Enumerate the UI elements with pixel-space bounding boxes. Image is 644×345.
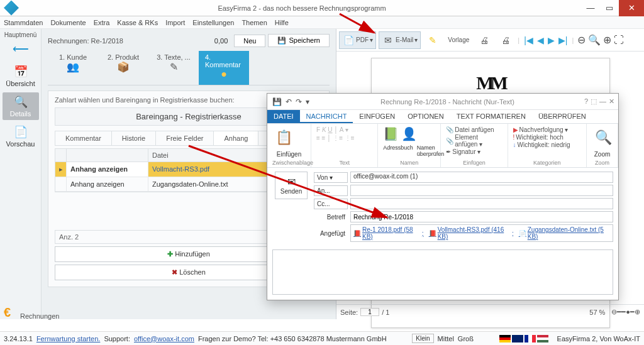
- footer-right: EasyFirma 2, Von WoAx-IT: [557, 335, 640, 342]
- page-total: / 1: [382, 309, 389, 316]
- pdf-button[interactable]: 📄PDF▾: [339, 31, 376, 49]
- rechnungen-label[interactable]: Rechnungen: [20, 312, 59, 320]
- to-field[interactable]: [350, 185, 613, 196]
- attachments-field: 📕 Re-1 2018.pdf (58 KB); 📕 Vollmacht-RS3…: [350, 224, 613, 242]
- cc-field[interactable]: [350, 198, 613, 209]
- importance-high[interactable]: ! Wichtigkeit: hoch: [513, 134, 564, 141]
- sidebar-back[interactable]: ⟵: [3, 40, 39, 60]
- help-icon[interactable]: ?: [584, 97, 588, 106]
- flag-de-icon[interactable]: [499, 335, 511, 342]
- tab-textformat[interactable]: TEXT FORMATIEREN: [450, 110, 532, 123]
- tab-nachricht[interactable]: NACHRICHT: [300, 110, 353, 123]
- doc-heading: Rechnungen: Re-1/2018: [48, 37, 194, 45]
- attachment[interactable]: 📕 Vollmacht-RS3.pdf (416 KB);: [429, 226, 514, 240]
- step-texte[interactable]: 3. Texte, ...✎: [148, 51, 199, 85]
- euro-icon[interactable]: €: [4, 305, 11, 320]
- doc-amount: 0,00: [194, 37, 231, 45]
- vorlage-button[interactable]: Vorlage: [445, 34, 472, 46]
- subtab-kommentar[interactable]: Kommentar: [55, 131, 112, 145]
- app-icon: [4, 1, 19, 16]
- size-mittel[interactable]: Mittel: [438, 335, 454, 342]
- ribbon-toggle-icon[interactable]: ⬚: [591, 97, 597, 106]
- version: 3.24.13.1: [4, 335, 33, 342]
- subtab-historie[interactable]: Historie: [112, 131, 156, 145]
- from-label[interactable]: Von ▾: [314, 172, 348, 183]
- menu-dokumente[interactable]: Dokumente: [50, 19, 86, 26]
- signature-button[interactable]: ✒ Signatur ▾: [446, 148, 480, 155]
- zoom-controls[interactable]: ⊖🔍⊕⛶: [576, 34, 625, 46]
- support-email[interactable]: office@woax-it.com: [134, 335, 194, 342]
- sidebar: Hauptmenü ⟵ 📅Übersicht 🔍Details 📄Vorscha…: [0, 29, 42, 319]
- menu-bar: Stammdaten Dokumente Extra Kasse & RKs I…: [0, 16, 644, 29]
- status-bar: 3.24.13.1 Fernwartung starten. Support: …: [0, 331, 644, 345]
- email-button[interactable]: ✉E-Mail▾: [379, 31, 421, 49]
- flag-uk-icon[interactable]: [512, 335, 523, 342]
- attach-item-button[interactable]: 📎 Element anfügen ▾: [446, 134, 502, 148]
- minimize-button[interactable]: —: [581, 0, 600, 16]
- compose-min-icon[interactable]: —: [599, 97, 606, 106]
- message-body[interactable]: [272, 249, 613, 295]
- send-button[interactable]: ✉Senden: [275, 172, 308, 199]
- zoom-button[interactable]: 🔍: [592, 126, 614, 149]
- maximize-button[interactable]: ▭: [600, 0, 619, 16]
- menu-extra[interactable]: Extra: [94, 19, 110, 26]
- menu-einstellungen[interactable]: Einstellungen: [192, 19, 234, 26]
- sidebar-heading: Hauptmenü: [4, 31, 37, 38]
- print-icon[interactable]: 🖨: [475, 31, 494, 49]
- new-button[interactable]: Neu: [234, 35, 265, 47]
- size-klein[interactable]: Klein: [412, 334, 433, 343]
- cc-label[interactable]: Cc...: [314, 199, 348, 209]
- attachment[interactable]: 📄 Zugangsdaten-Online.txt (5 KB): [519, 226, 610, 240]
- quick-access-toolbar[interactable]: 💾↶↷▾: [267, 97, 314, 106]
- adressbuch-button[interactable]: 📗: [383, 126, 399, 141]
- window-titlebar: EasyFirma 2 - das noch bessere Rechnungs…: [0, 0, 644, 16]
- compose-title: Rechnung Re-1/2018 - Nachricht (Nur-Text…: [314, 98, 580, 106]
- subtab-freie[interactable]: Freie Felder: [156, 131, 214, 145]
- tab-optionen[interactable]: OPTIONEN: [401, 110, 450, 123]
- menu-kasse[interactable]: Kasse & RKs: [117, 19, 158, 26]
- paste-icon[interactable]: 📋: [272, 126, 295, 149]
- menu-import[interactable]: Import: [165, 19, 185, 26]
- step-tabs: 1. Kunde👥 2. Produkt📦 3. Texte, ...✎ 4. …: [48, 51, 330, 85]
- window-title: EasyFirma 2 - das noch bessere Rechnungs…: [23, 4, 581, 12]
- menu-hilfe[interactable]: Hilfe: [275, 19, 289, 26]
- preview-toolbar: 📄PDF▾ ✉E-Mail▾ ✎ Vorlage 🖨 🖨 | |◀◀▶▶| | …: [336, 29, 644, 52]
- sidebar-item-details[interactable]: 🔍Details: [3, 92, 39, 120]
- namen-button[interactable]: 👤: [401, 126, 417, 141]
- page-current[interactable]: [360, 308, 379, 316]
- subtab-anhang[interactable]: Anhang: [214, 131, 258, 145]
- menu-stammdaten[interactable]: Stammdaten: [4, 19, 43, 26]
- remote-link[interactable]: Fernwartung starten.: [36, 335, 101, 342]
- quickprint-icon[interactable]: 🖨: [496, 31, 515, 49]
- from-field[interactable]: office@woax-it.com (1): [350, 172, 613, 183]
- tab-einfuegen[interactable]: EINFÜGEN: [353, 110, 401, 123]
- page-label: Seite:: [340, 309, 358, 316]
- tab-datei[interactable]: DATEI: [267, 110, 300, 123]
- menu-themen[interactable]: Themen: [242, 19, 267, 26]
- step-kommentar[interactable]: 4. Kommentar●: [199, 51, 249, 85]
- sidebar-item-vorschau[interactable]: 📄Vorschau: [3, 123, 39, 150]
- close-button[interactable]: ✕: [619, 0, 644, 16]
- followup-button[interactable]: ▶ Nachverfolgung ▾: [513, 126, 569, 133]
- zoom-percent: 57 %: [589, 309, 605, 316]
- attach-file-button[interactable]: 📎 Datei anfügen: [446, 126, 494, 133]
- size-gross[interactable]: Groß: [458, 335, 474, 342]
- nav-arrows[interactable]: |◀◀▶▶|: [522, 35, 569, 45]
- save-button[interactable]: 💾Speichern: [268, 34, 330, 47]
- flag-hu-icon[interactable]: [537, 335, 548, 342]
- edit-icon[interactable]: ✎: [423, 31, 442, 49]
- importance-low[interactable]: ↓ Wichtigkeit: niedrig: [513, 141, 570, 148]
- compose-window: 💾↶↷▾ Rechnung Re-1/2018 - Nachricht (Nur…: [267, 93, 619, 300]
- to-label[interactable]: An...: [314, 185, 348, 196]
- step-produkt[interactable]: 2. Produkt📦: [98, 51, 148, 85]
- compose-close-icon[interactable]: ✕: [609, 97, 614, 106]
- attachment[interactable]: 📕 Re-1 2018.pdf (58 KB);: [353, 226, 424, 240]
- step-kunde[interactable]: 1. Kunde👥: [48, 51, 98, 85]
- sidebar-item-uebersicht[interactable]: 📅Übersicht: [3, 62, 39, 90]
- ribbon: 📋 Einfügen Zwischenablage F K U │ A ▾ ≡ …: [267, 124, 618, 168]
- tab-pruefen[interactable]: ÜBERPRÜFEN: [532, 110, 592, 123]
- subject-field[interactable]: [350, 211, 613, 222]
- flag-fr-icon[interactable]: [525, 335, 536, 342]
